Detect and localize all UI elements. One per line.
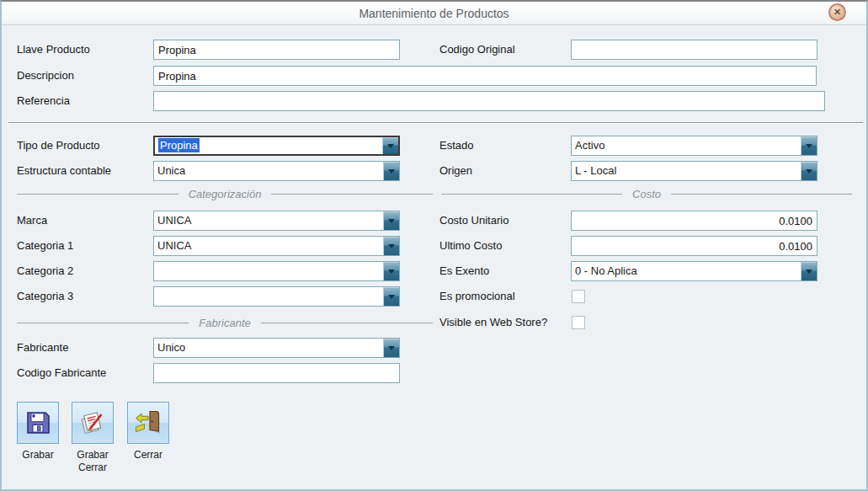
origen-dropdown[interactable]: L - Local: [571, 161, 817, 181]
costo-unitario-input[interactable]: [571, 211, 817, 231]
section-costo: Costo: [441, 187, 852, 200]
fabricante-value: Unico: [154, 339, 383, 357]
estado-value: Activo: [572, 136, 801, 155]
ultimo-costo-input[interactable]: [571, 236, 817, 256]
exit-door-icon: [133, 408, 163, 438]
section-costo-title: Costo: [632, 188, 661, 200]
visible-web-store-label: Visible en Web Store?: [439, 312, 547, 333]
visible-web-store-checkbox[interactable]: [572, 316, 585, 329]
categoria-1-dropdown[interactable]: UNICA: [153, 236, 400, 256]
close-button[interactable]: ✕: [828, 3, 846, 21]
chevron-down-icon[interactable]: [383, 339, 399, 357]
categoria-3-value: [154, 287, 383, 306]
categoria-2-label: Categoria 2: [17, 261, 73, 281]
cerrar-button-label: Cerrar: [113, 449, 184, 462]
marca-value: UNICA: [154, 211, 383, 230]
section-categorizacion-title: Categorización: [189, 188, 262, 200]
chevron-down-icon[interactable]: [383, 287, 399, 306]
section-line: [261, 323, 433, 323]
chevron-down-icon[interactable]: [383, 237, 399, 255]
estado-label: Estado: [439, 136, 473, 156]
close-icon: ✕: [833, 8, 841, 17]
estructura-contable-dropdown[interactable]: Unica: [153, 161, 400, 181]
section-line: [271, 194, 433, 195]
product-maintenance-window: Mantenimiento de Productos ✕ Llave Produ…: [0, 0, 868, 491]
horizontal-separator: [8, 122, 863, 124]
codigo-fabricante-label: Codigo Fabricante: [17, 363, 106, 383]
es-promocional-checkbox[interactable]: [572, 290, 585, 303]
titlebar: Mantenimiento de Productos ✕: [2, 2, 866, 25]
grabar-cerrar-button[interactable]: [72, 402, 114, 444]
grabar-button[interactable]: [17, 402, 59, 444]
estado-dropdown[interactable]: Activo: [571, 136, 817, 156]
categoria-1-value: UNICA: [154, 237, 383, 255]
llave-producto-label: Llave Producto: [17, 40, 90, 60]
notes-pencil-icon: [77, 408, 108, 438]
codigo-original-input[interactable]: [571, 40, 817, 60]
estructura-contable-value: Unica: [154, 162, 383, 180]
categoria-3-dropdown[interactable]: [153, 286, 400, 307]
section-fabricante-title: Fabricante: [199, 317, 250, 329]
codigo-fabricante-input[interactable]: [153, 363, 400, 383]
tipo-de-producto-value: Propina: [158, 138, 200, 152]
categoria-2-dropdown[interactable]: [153, 261, 400, 281]
fabricante-label: Fabricante: [17, 338, 68, 358]
tipo-de-producto-dropdown[interactable]: Propina: [153, 136, 400, 156]
categoria-3-label: Categoria 3: [17, 286, 73, 307]
chevron-down-icon[interactable]: [382, 137, 398, 154]
chevron-down-icon[interactable]: [801, 162, 817, 180]
cerrar-button[interactable]: [127, 402, 169, 444]
es-promocional-label: Es promocional: [439, 286, 515, 307]
section-categorizacion: Categorización: [17, 187, 433, 200]
fabricante-dropdown[interactable]: Unico: [153, 338, 400, 358]
origen-label: Origen: [439, 161, 472, 181]
categoria-2-value: [154, 262, 383, 280]
chevron-down-icon[interactable]: [801, 262, 817, 280]
section-line: [441, 194, 622, 195]
window-title: Mantenimiento de Productos: [2, 2, 866, 25]
section-fabricante: Fabricante: [17, 316, 433, 329]
section-line: [671, 194, 852, 195]
referencia-label: Referencia: [17, 91, 70, 111]
chevron-down-icon[interactable]: [801, 136, 817, 155]
section-line: [17, 194, 178, 195]
categoria-1-label: Categoria 1: [17, 236, 73, 256]
es-exento-value: 0 - No Aplica: [572, 262, 801, 280]
codigo-original-label: Codigo Original: [439, 40, 515, 60]
chevron-down-icon[interactable]: [383, 211, 399, 230]
referencia-input[interactable]: [153, 91, 825, 111]
llave-producto-input[interactable]: [153, 40, 400, 60]
descripcion-input[interactable]: [153, 66, 817, 86]
marca-label: Marca: [17, 211, 47, 231]
descripcion-label: Descripcion: [17, 66, 74, 86]
origen-value: L - Local: [572, 162, 801, 180]
es-exento-label: Es Exento: [439, 261, 489, 281]
estructura-contable-label: Estructura contable: [17, 161, 111, 181]
marca-dropdown[interactable]: UNICA: [153, 211, 400, 231]
section-line: [17, 323, 189, 323]
floppy-disk-icon: [23, 408, 53, 438]
ultimo-costo-label: Ultimo Costo: [439, 236, 502, 256]
costo-unitario-label: Costo Unitario: [439, 211, 509, 231]
es-exento-dropdown[interactable]: 0 - No Aplica: [571, 261, 817, 281]
chevron-down-icon[interactable]: [383, 162, 399, 180]
tipo-de-producto-label: Tipo de Producto: [17, 136, 100, 156]
chevron-down-icon[interactable]: [383, 262, 399, 280]
